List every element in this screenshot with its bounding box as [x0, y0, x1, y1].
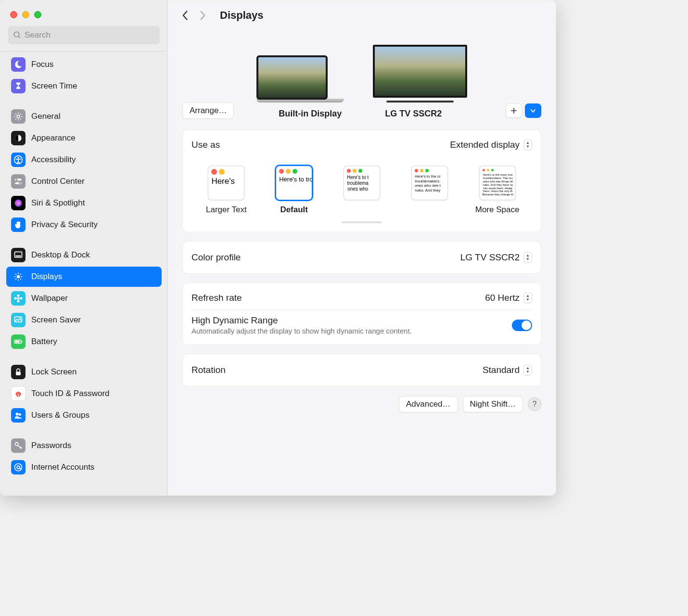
- sidebar-item-label: Displays: [31, 272, 62, 282]
- sidebar-item-focus[interactable]: Focus: [6, 54, 162, 75]
- sidebar-item-screen-saver[interactable]: Screen Saver: [6, 310, 162, 330]
- sidebar-item-users-groups[interactable]: Users & Groups: [6, 405, 162, 425]
- fingerprint-icon: [11, 386, 25, 401]
- svg-point-8: [16, 179, 17, 180]
- search-input[interactable]: [25, 30, 155, 40]
- color-profile-panel: Color profile LG TV SSCR2 ▲▼: [182, 241, 541, 274]
- nav-back-button[interactable]: [181, 11, 193, 20]
- svg-point-13: [17, 275, 20, 279]
- moon-icon: [11, 57, 25, 72]
- chevron-updown-icon: ▲▼: [523, 140, 532, 150]
- sidebar-item-label: Privacy & Security: [31, 220, 98, 230]
- display-picker: [168, 26, 556, 105]
- hdr-subtitle: Automatically adjust the display to show…: [191, 327, 412, 335]
- sidebar-item-wallpaper[interactable]: Wallpaper: [6, 288, 162, 308]
- sidebar-item-label: Users & Groups: [31, 411, 89, 420]
- svg-point-36: [17, 466, 20, 469]
- sun-icon: [11, 270, 25, 284]
- night-shift-button[interactable]: Night Shift…: [463, 396, 523, 412]
- svg-point-5: [17, 157, 19, 158]
- sidebar-item-lock-screen[interactable]: Lock Screen: [6, 362, 162, 382]
- svg-point-23: [17, 295, 20, 297]
- search-field[interactable]: [8, 26, 160, 44]
- sidebar-item-touch-id-password[interactable]: Touch ID & Password: [6, 384, 162, 404]
- sidebar-item-battery[interactable]: Battery: [6, 332, 162, 352]
- svg-point-22: [17, 297, 20, 300]
- rotation-dropdown[interactable]: Standard ▲▼: [483, 365, 532, 375]
- svg-rect-31: [16, 372, 21, 375]
- resolution-option-3[interactable]: Here's to t troublema ones who: [344, 166, 380, 200]
- svg-rect-30: [15, 341, 19, 342]
- hand-icon: [11, 218, 25, 232]
- rotation-label: Rotation: [191, 365, 226, 375]
- refresh-hdr-panel: Refresh rate 60 Hertz ▲▼ High Dynamic Ra…: [182, 282, 541, 345]
- search-icon: [13, 31, 22, 39]
- svg-point-35: [15, 464, 22, 471]
- sidebar-item-siri-spotlight[interactable]: Siri & Spotlight: [6, 193, 162, 213]
- flower-icon: [11, 291, 25, 306]
- lock-icon: [11, 365, 25, 379]
- color-profile-label: Color profile: [191, 252, 241, 263]
- svg-point-33: [19, 413, 21, 416]
- use-as-dropdown[interactable]: Extended display ▲▼: [450, 140, 532, 150]
- sidebar-item-label: Control Center: [31, 177, 85, 186]
- sidebar-item-accessibility[interactable]: Accessibility: [6, 150, 162, 170]
- advanced-button[interactable]: Advanced…: [399, 396, 458, 412]
- gear-icon: [11, 109, 25, 124]
- sidebar-item-label: Wallpaper: [31, 294, 68, 303]
- sidebar-item-label: Desktop & Dock: [31, 250, 90, 260]
- display-name-external[interactable]: LG TV SSCR2: [385, 109, 442, 119]
- resolution-option-more[interactable]: Here's to the crazy one troublemakers. T…: [479, 166, 516, 200]
- sidebar-item-label: Screen Time: [31, 81, 77, 91]
- system-settings-window: FocusScreen TimeGeneralAppearanceAccessi…: [0, 0, 556, 496]
- sidebar-item-label: Passwords: [31, 441, 71, 450]
- fullscreen-window-button[interactable]: [34, 11, 41, 18]
- display-name-builtin[interactable]: Built-in Display: [279, 109, 342, 119]
- svg-point-32: [16, 413, 19, 416]
- sidebar-item-passwords[interactable]: Passwords: [6, 436, 162, 456]
- resolution-option-4[interactable]: Here's to the cr troublemakers. ones who…: [411, 166, 448, 200]
- sidebar-item-privacy-security[interactable]: Privacy & Security: [6, 215, 162, 235]
- sidebar-item-internet-accounts[interactable]: Internet Accounts: [6, 457, 162, 477]
- sidebar-item-appearance[interactable]: Appearance: [6, 128, 162, 148]
- resolution-option-default[interactable]: Here's to troublem: [276, 166, 312, 200]
- svg-point-34: [15, 442, 18, 446]
- sidebar-item-control-center[interactable]: Control Center: [6, 171, 162, 192]
- minimize-window-button[interactable]: [22, 11, 29, 18]
- resolution-option-larger[interactable]: Here's: [208, 166, 244, 200]
- display-thumbnail-external[interactable]: [373, 45, 467, 103]
- sidebar-item-displays[interactable]: Displays: [6, 267, 162, 287]
- sidebar-item-label: Touch ID & Password: [31, 389, 110, 398]
- display-options-dropdown[interactable]: [525, 103, 541, 118]
- at-icon: [11, 460, 25, 475]
- sidebar-item-label: Siri & Spotlight: [31, 198, 85, 208]
- hdr-toggle[interactable]: [512, 320, 532, 331]
- sidebar-item-general[interactable]: General: [6, 106, 162, 127]
- svg-rect-29: [22, 341, 23, 342]
- chevron-updown-icon: ▲▼: [523, 293, 532, 303]
- color-profile-dropdown[interactable]: LG TV SSCR2 ▲▼: [460, 252, 532, 263]
- svg-line-1: [18, 36, 20, 38]
- resolution-label-default: Default: [264, 205, 324, 215]
- sidebar-item-label: Battery: [31, 337, 57, 346]
- use-as-panel: Use as Extended display ▲▼ Here's Larger…: [182, 129, 541, 232]
- help-button[interactable]: ?: [528, 398, 541, 411]
- close-window-button[interactable]: [10, 11, 17, 18]
- sidebar-item-screen-time[interactable]: Screen Time: [6, 76, 162, 96]
- sidebar-list: FocusScreen TimeGeneralAppearanceAccessi…: [0, 54, 167, 479]
- sidebar-item-label: Screen Saver: [31, 315, 81, 325]
- add-display-button[interactable]: [506, 103, 522, 118]
- svg-rect-12: [15, 256, 21, 257]
- use-as-label: Use as: [191, 140, 220, 150]
- refresh-rate-dropdown[interactable]: 60 Hertz ▲▼: [485, 293, 532, 303]
- screensaver-icon: [11, 313, 25, 327]
- nav-forward-button[interactable]: [199, 11, 210, 20]
- svg-point-26: [20, 297, 22, 300]
- switches-icon: [11, 174, 25, 189]
- display-thumbnail-builtin[interactable]: [256, 55, 344, 103]
- svg-point-0: [14, 32, 19, 37]
- chevron-updown-icon: ▲▼: [523, 365, 532, 375]
- sidebar-item-desktop-dock[interactable]: Desktop & Dock: [6, 245, 162, 265]
- rotation-panel: Rotation Standard ▲▼: [182, 354, 541, 386]
- svg-point-24: [17, 300, 20, 302]
